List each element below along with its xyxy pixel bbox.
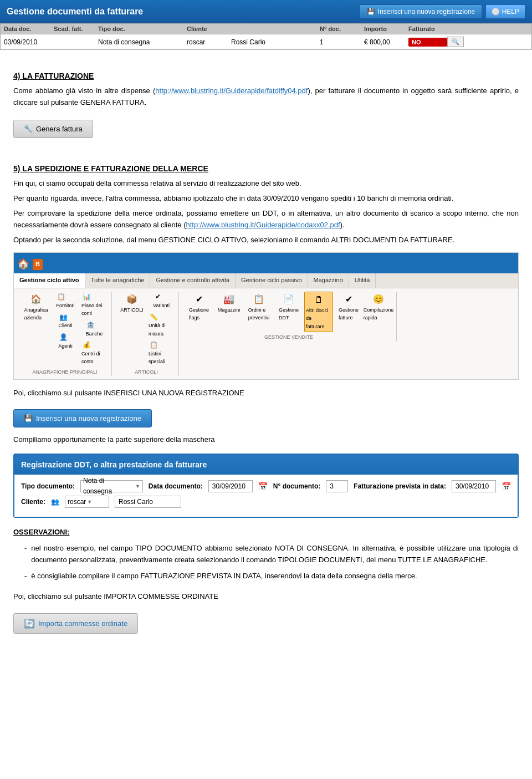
ribbon-icon-altri-doc[interactable]: 🗒 Altri doc.tida fatturare	[304, 292, 333, 332]
ribbon-vendite-label: GESTIONE VENDITE	[264, 333, 313, 341]
ribbon-brand-icon: B	[33, 259, 43, 270]
ribbon-group-articoli: 📦 ARTICOLI ✔ Varianti 📏 Unità di misura …	[114, 292, 179, 376]
banche-icon: 🏦	[86, 321, 96, 330]
help-icon: ⚪	[492, 8, 500, 16]
section4-link1[interactable]: http://www.blustring.it/Guiderapide/fatd…	[155, 86, 308, 95]
floppy-icon-2: 💾	[24, 414, 33, 422]
ribbon-icon-banche[interactable]: 🏦 Banche	[80, 320, 108, 339]
ribbon-icon-listini-speciali[interactable]: 📋 Listini speciali	[147, 340, 175, 367]
ribbon-icon-varianti[interactable]: ✔ Varianti	[147, 292, 175, 310]
ribbon-icon-clienti[interactable]: 👥 Clienti	[52, 312, 79, 330]
ribbon-icon-anagrafica-azienda[interactable]: 🏠 Anagraficaazienda	[22, 292, 50, 367]
ribbon-tab-ciclo-attivo[interactable]: Gestione ciclo attivo	[14, 273, 85, 288]
altri-doc-icon: 🗒	[311, 293, 326, 307]
floppy-icon: 💾	[367, 8, 375, 16]
ribbon-icon-gestione-flags[interactable]: ✔ Gestioneflags	[185, 292, 213, 332]
main-content: 4) LA FATTURAZIONE Come abbiamo già vist…	[0, 50, 532, 651]
genera-fattura-button[interactable]: 🔧 Genera fattura	[13, 120, 93, 138]
n-doc-label: N° documento:	[273, 481, 320, 492]
tipo-doc-dropdown-arrow: ▼	[135, 482, 140, 490]
fatt-prevista-label: Fatturazione prevista in data:	[354, 481, 446, 492]
ribbon-icon-unita-misura[interactable]: 📏 Unità di misura	[147, 312, 175, 339]
ribbon-icon-fornitori[interactable]: 📋 Fornitori	[52, 292, 79, 310]
col-fatturato: Fatturato	[408, 26, 447, 32]
row-search-button[interactable]: 🔍	[447, 37, 464, 47]
header-buttons: 💾 Inserisci una nuova registrazione ⚪ HE…	[360, 4, 525, 19]
data-doc-input[interactable]	[208, 480, 253, 492]
cell-tipo-doc: Nota di consegna	[98, 38, 187, 46]
ddt-icon: 📄	[281, 293, 296, 306]
ribbon-icon-piano-conti[interactable]: 📊 Piano dei conti	[80, 292, 108, 319]
ddt-form-body: Tipo documento: Nota di consegna ▼ Data …	[14, 475, 518, 517]
cliente-code-select[interactable]: roscar ▼	[65, 496, 109, 508]
flags-icon: ✔	[191, 293, 207, 306]
listini-icon: 📋	[149, 341, 158, 350]
para-poi1: Poi, clicchiamo sul pulsante INSERISCI U…	[13, 388, 519, 399]
ribbon-tab-magazzino[interactable]: Magazzino	[308, 273, 349, 288]
ribbon-anagrafiche-label: ANAGRAFICHE PRINCIPALI	[33, 368, 98, 376]
section5-para1: Fin qui, ci siamo occupati della commess…	[13, 178, 519, 190]
cliente-icon: 👥	[51, 497, 59, 507]
magazzini-icon: 🏭	[221, 293, 237, 306]
ribbon-icon-articoli[interactable]: 📦 ARTICOLI	[117, 292, 146, 367]
ribbon-icon-compilazione-rapida[interactable]: 😊 Compilazionerapida	[364, 292, 393, 332]
cliente-name-input[interactable]	[115, 496, 181, 508]
n-doc-input[interactable]	[326, 480, 348, 492]
col-cliente: Cliente	[187, 26, 231, 32]
col-importo: Importo	[364, 26, 408, 32]
section5-link2[interactable]: http://www.blustring.it/Guiderapide/coda…	[186, 221, 340, 229]
unita-misura-icon: 📏	[149, 313, 158, 322]
clienti-icon: 👥	[58, 313, 68, 322]
help-button[interactable]: ⚪ HELP	[485, 4, 525, 19]
ribbon-articoli-label: ARTICOLI	[135, 368, 157, 376]
obs-item-2: è consigliabile compilare il campo FATTU…	[24, 571, 519, 582]
obs-list: nel nostro esempio, nel campo TIPO DOCUM…	[13, 543, 519, 582]
fatture-icon: ✔	[341, 293, 356, 306]
observations-section: OSSERVAZIONI: nel nostro esempio, nel ca…	[13, 527, 519, 582]
ribbon-icon-centri-costo[interactable]: 💰 Centri di costo	[80, 340, 108, 367]
tipo-doc-select[interactable]: Nota di consegna ▼	[80, 480, 143, 492]
para-compiliamo: Compiliamo opportunamente la parte super…	[13, 434, 519, 446]
section5-para2: Per quanto riguarda, invece, l'altra com…	[13, 193, 519, 205]
genera-icon: 🔧	[24, 125, 33, 133]
app-title: Gestione documenti da fatturare	[7, 7, 143, 17]
ribbon-icon-gestione-fatture[interactable]: ✔ Gestionefatture	[334, 292, 363, 332]
ddt-row-2: Cliente: 👥 roscar ▼	[21, 496, 511, 508]
cliente-dropdown-arrow: ▼	[87, 498, 92, 506]
home-icon: 🏠	[28, 293, 44, 306]
ribbon-tab-anagrafiche[interactable]: Tutte le anagrafiche	[85, 273, 151, 288]
cell-n-doc: 1	[320, 38, 364, 46]
ribbon-tab-gestione-controllo[interactable]: Gestione e controllo attività	[150, 273, 236, 288]
ribbon-icon-gestione-ddt[interactable]: 📄 GestioneDDT	[274, 292, 303, 332]
agenti-icon: 👤	[58, 333, 68, 342]
ribbon-tab-utilita[interactable]: Utilità	[349, 273, 376, 288]
col-action	[447, 26, 464, 32]
ribbon-group-gestione-vendite: ✔ Gestioneflags 🏭 Magazzini 📋 Ordini epr…	[181, 292, 397, 342]
cliente-label: Cliente:	[21, 497, 45, 507]
cell-importo: € 800,00	[364, 38, 408, 46]
cell-data-doc: 03/09/2010	[4, 38, 54, 46]
inserisci-nuova-button[interactable]: 💾 Inserisci una nuova registrazione	[13, 409, 152, 427]
section-4: 4) LA FATTURAZIONE Come abbiamo già vist…	[13, 70, 519, 149]
ribbon-icon-agenti[interactable]: 👤 Agenti	[52, 332, 79, 351]
obs-title: OSSERVAZIONI:	[13, 527, 519, 538]
ribbon-body: 🏠 Anagraficaazienda 📋 Fornitori 👥 Client…	[14, 288, 518, 379]
tipo-doc-label: Tipo documento:	[21, 481, 75, 492]
fatt-prevista-input[interactable]	[452, 480, 496, 492]
col-cliente2	[231, 26, 320, 32]
ribbon-tab-ciclo-passivo[interactable]: Gestione ciclo passivo	[236, 273, 308, 288]
ribbon-icon-ordini[interactable]: 📋 Ordini epreventivi	[244, 292, 273, 332]
document-table: Data doc. Scad. fatt. Tipo doc. Cliente …	[0, 23, 532, 50]
col-n-doc: N° doc.	[320, 26, 364, 32]
data-doc-calendar-icon[interactable]: 📅	[258, 480, 268, 492]
app-logo-icon: 🏠	[17, 256, 29, 272]
fatturato-badge: NO	[408, 38, 447, 47]
insert-new-button[interactable]: 💾 Inserisci una nuova registrazione	[360, 4, 482, 19]
ddt-row-1: Tipo documento: Nota di consegna ▼ Data …	[21, 480, 511, 492]
fatt-prevista-calendar-icon[interactable]: 📅	[502, 480, 511, 492]
importa-commesse-button[interactable]: 🔄 Importa commesse ordinate	[13, 613, 138, 634]
ribbon-icon-magazzini[interactable]: 🏭 Magazzini	[214, 292, 243, 332]
importa-icon: 🔄	[24, 618, 35, 629]
data-doc-label: Data documento:	[149, 481, 203, 492]
section-5: 5) LA SPEDIZIONE E FATTURAZIONE DELLA ME…	[13, 162, 519, 246]
